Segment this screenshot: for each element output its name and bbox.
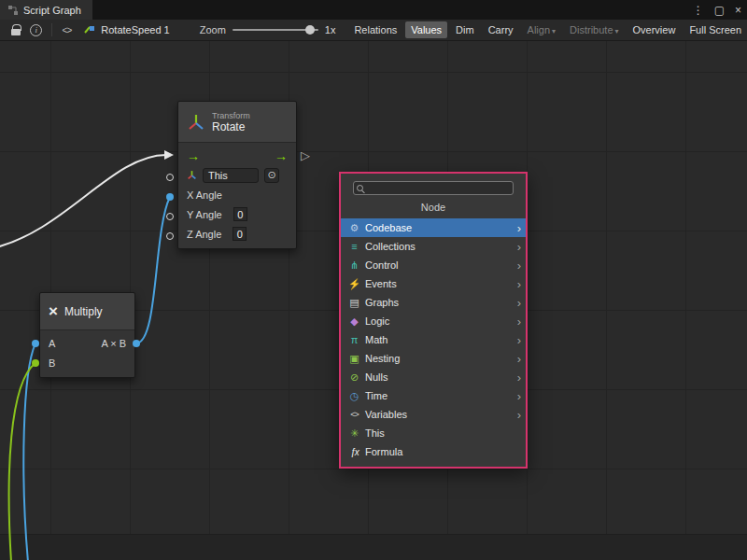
flow-out-icon[interactable]: → bbox=[275, 149, 288, 162]
tab-label: Script Graph bbox=[23, 5, 81, 16]
search-box[interactable] bbox=[353, 181, 514, 195]
x-angle-label: X Angle bbox=[187, 189, 222, 201]
chevron-right-icon: › bbox=[517, 259, 521, 273]
toolbar: i <> RotateSpeed 1 Zoom 1x Relations Val… bbox=[0, 20, 747, 41]
script-graph-icon bbox=[7, 5, 19, 16]
z-angle-label: Z Angle bbox=[187, 229, 221, 240]
lock-icon bbox=[11, 29, 21, 35]
zoom-value: 1x bbox=[325, 24, 336, 35]
this-icon: ✳ bbox=[347, 427, 361, 440]
logic-icon: ◆ bbox=[347, 315, 361, 328]
null-icon: ⊘ bbox=[347, 371, 361, 384]
edit-code-button[interactable]: <> bbox=[57, 21, 78, 38]
input-a-port[interactable] bbox=[32, 340, 39, 347]
y-angle-input[interactable]: 0 bbox=[233, 207, 247, 221]
values-button[interactable]: Values bbox=[405, 21, 447, 38]
finder-item-formula[interactable]: ƒx Formula bbox=[341, 442, 526, 461]
object-picker-button[interactable]: ⊙ bbox=[264, 168, 279, 183]
search-icon bbox=[357, 184, 366, 193]
chevron-right-icon: › bbox=[517, 333, 521, 347]
code-icon: <> bbox=[63, 25, 72, 35]
dim-button[interactable]: Dim bbox=[450, 21, 480, 38]
carry-button[interactable]: Carry bbox=[483, 21, 519, 38]
toolbar-separator bbox=[51, 23, 52, 36]
zoom-slider-knob[interactable] bbox=[305, 25, 315, 35]
finder-item-this[interactable]: ✳ This bbox=[341, 424, 526, 442]
folder-icon: ▤ bbox=[347, 297, 361, 309]
list-icon: ≡ bbox=[347, 241, 361, 252]
input-b-label: B bbox=[49, 357, 55, 369]
finder-item-graphs[interactable]: ▤ Graphs › bbox=[341, 293, 526, 312]
info-icon: i bbox=[30, 24, 42, 36]
chevron-right-icon: › bbox=[517, 296, 521, 310]
chevron-right-icon: › bbox=[517, 315, 521, 329]
flow-in-icon[interactable]: → bbox=[187, 149, 200, 162]
finder-item-logic[interactable]: ◆ Logic › bbox=[341, 312, 526, 330]
formula-icon: ƒx bbox=[347, 447, 361, 457]
close-icon[interactable]: × bbox=[735, 4, 741, 17]
z-angle-port[interactable] bbox=[166, 232, 174, 240]
object-picker-icon: ⊙ bbox=[267, 169, 275, 181]
multiply-node-title: Multiply bbox=[64, 305, 103, 318]
this-object-field[interactable]: This bbox=[203, 168, 259, 183]
zoom-label: Zoom bbox=[200, 24, 226, 35]
y-angle-label: Y Angle bbox=[187, 209, 222, 220]
flow-row: → → bbox=[178, 146, 296, 165]
x-angle-port[interactable] bbox=[166, 193, 174, 201]
titlebar: Script Graph ⋮ ▢ × bbox=[0, 0, 747, 20]
y-angle-port[interactable] bbox=[166, 213, 174, 220]
output-port[interactable] bbox=[133, 340, 140, 347]
rotate-node[interactable]: Transform Rotate → → This ⊙ X Angle bbox=[177, 101, 297, 249]
transform-mini-icon bbox=[187, 170, 197, 180]
y-angle-row: Y Angle 0 bbox=[178, 204, 296, 224]
input-b-port[interactable] bbox=[32, 359, 39, 367]
chevron-right-icon: › bbox=[517, 352, 521, 366]
distribute-button[interactable]: Distribute▾ bbox=[564, 21, 624, 38]
canvas-bottom-strip bbox=[0, 534, 747, 560]
z-angle-input[interactable]: 0 bbox=[233, 227, 247, 241]
finder-item-control[interactable]: ⋔ Control › bbox=[341, 256, 526, 274]
script-graph-window: Script Graph ⋮ ▢ × i <> RotateSpeed 1 Zo… bbox=[0, 0, 747, 560]
multiply-node[interactable]: × Multiply A A × B B bbox=[39, 292, 135, 378]
finder-item-math[interactable]: π Math › bbox=[341, 330, 526, 349]
zoom-slider[interactable] bbox=[233, 29, 318, 31]
this-port-row: This ⊙ bbox=[178, 165, 296, 185]
finder-item-nesting[interactable]: ▣ Nesting › bbox=[341, 349, 526, 368]
nesting-icon: ▣ bbox=[347, 353, 361, 365]
pi-icon: π bbox=[347, 334, 361, 345]
maximize-icon[interactable]: ▢ bbox=[714, 4, 725, 17]
fullscreen-button[interactable]: Full Screen bbox=[684, 21, 747, 38]
chevron-right-icon: › bbox=[517, 408, 521, 422]
finder-item-time[interactable]: ◷ Time › bbox=[341, 386, 526, 405]
transform-axes-icon bbox=[187, 113, 205, 132]
finder-header: Node bbox=[341, 195, 526, 218]
tab-script-graph[interactable]: Script Graph bbox=[0, 0, 92, 20]
finder-item-nulls[interactable]: ⊘ Nulls › bbox=[341, 368, 526, 386]
rotate-node-header[interactable]: Transform Rotate bbox=[178, 102, 296, 143]
node-finder-popup: Node ⚙ Codebase › ≡ Collections › ⋔ Cont… bbox=[339, 172, 528, 469]
finder-item-codebase[interactable]: ⚙ Codebase › bbox=[341, 218, 526, 237]
relations-button[interactable]: Relations bbox=[348, 21, 402, 38]
finder-item-collections[interactable]: ≡ Collections › bbox=[341, 237, 526, 256]
finder-item-events[interactable]: ⚡ Events › bbox=[341, 274, 526, 293]
graph-name: RotateSpeed 1 bbox=[101, 24, 169, 35]
finder-item-variables[interactable]: <> Variables › bbox=[341, 405, 526, 424]
overview-button[interactable]: Overview bbox=[627, 21, 682, 38]
input-a-label: A bbox=[49, 338, 55, 349]
variables-icon: <> bbox=[347, 410, 361, 419]
graph-reference[interactable]: RotateSpeed 1 bbox=[84, 24, 169, 35]
menu-icon[interactable]: ⋮ bbox=[693, 4, 704, 17]
lock-button[interactable] bbox=[6, 21, 26, 38]
chevron-right-icon: › bbox=[517, 389, 521, 403]
align-button[interactable]: Align▾ bbox=[522, 21, 561, 38]
multiply-row-b: B bbox=[40, 353, 134, 372]
multiply-node-header[interactable]: × Multiply bbox=[40, 293, 134, 330]
this-port[interactable] bbox=[166, 174, 174, 181]
multiply-row-a: A A × B bbox=[40, 333, 134, 353]
clock-icon: ◷ bbox=[347, 390, 361, 402]
graph-node-icon bbox=[84, 24, 96, 35]
chevron-right-icon: › bbox=[517, 277, 521, 291]
info-button[interactable]: i bbox=[26, 21, 47, 38]
search-input[interactable] bbox=[368, 182, 513, 194]
chevron-right-icon: › bbox=[517, 371, 521, 385]
